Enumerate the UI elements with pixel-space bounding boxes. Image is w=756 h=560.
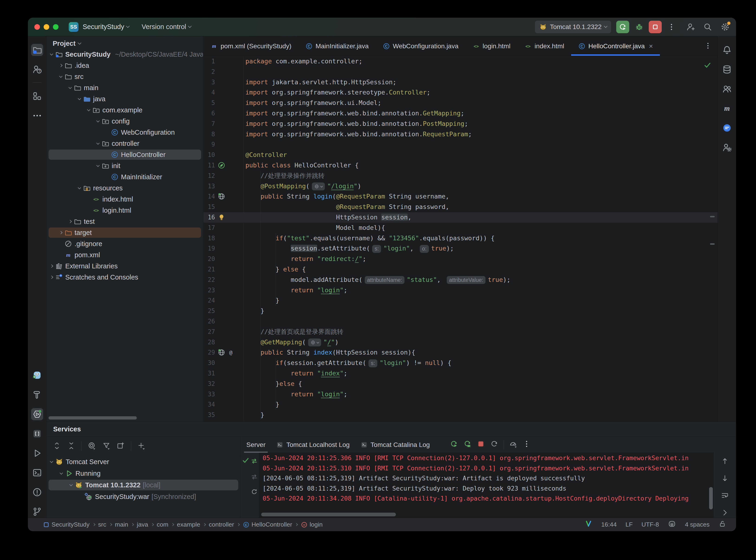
breadcrumb-item-main[interactable]: main [115,521,128,528]
log-rail-arrow-up-button[interactable] [721,457,729,466]
services-toolbar-filter-button[interactable] [102,442,111,451]
log-toolbar-rerun-debug-button[interactable] [463,440,472,450]
code-editor[interactable]: 1package com.example.controller;23import… [203,56,717,421]
editor-tab-MainInitializer-java[interactable]: CMainInitializer.java [298,37,376,56]
code-line-22[interactable]: 22 model.addAttribute(attributeName:"sta… [203,275,717,285]
code-line-18[interactable]: 18 if("test".equals(username) && "123456… [203,233,717,243]
services-toolbar-open-in-new-button[interactable] [117,442,125,451]
tool-window-button-git-branch[interactable] [31,506,43,518]
tree-chevron-icon[interactable] [50,52,53,56]
tree-chevron-icon[interactable] [69,483,73,486]
project-tree-item--idea[interactable]: .idea [47,60,203,71]
services-toolbar-expand-all-button[interactable] [53,442,61,451]
readonly-toggle[interactable] [718,520,726,529]
stop-button[interactable] [649,21,662,33]
settings-button[interactable] [720,22,730,32]
breadcrumb-item-example[interactable]: example [177,521,200,528]
project-tree-item-resources[interactable]: resources [47,182,203,194]
log-toolbar-stop-square-button[interactable] [477,440,485,450]
project-tree-item-target[interactable]: target [47,227,203,238]
code-line-3[interactable]: 3import jakarta.servlet.http.HttpSession… [203,77,717,87]
project-tree-item-init[interactable]: init [47,160,203,171]
project-tree-item-WebConfiguration[interactable]: CWebConfiguration [47,127,203,138]
indent-style[interactable]: 4 spaces [685,521,710,528]
services-toolbar-add-button[interactable] [137,442,145,451]
code-line-1[interactable]: 1package com.example.controller; [203,56,717,67]
editor-tab-index-html[interactable]: <>index.html [517,37,571,56]
tool-window-button-build-hammer[interactable] [31,389,43,401]
code-line-15[interactable]: 15 @RequestParam String password, [203,202,717,212]
tree-chevron-icon[interactable] [96,119,100,122]
tool-window-button-structure-squares[interactable] [31,90,43,102]
breadcrumb-item-HelloController[interactable]: CHelloController [243,521,292,528]
services-toolbar-group-by-button[interactable] [88,442,96,451]
url-mapping-chip[interactable] [312,182,325,191]
minimize-window-button[interactable] [44,24,49,30]
services-tree-item-Running[interactable]: Running [47,467,240,479]
project-tree-item-External-Libraries[interactable]: External Libraries [47,260,203,272]
code-line-29[interactable]: 29@ public String index(HttpSession sess… [203,347,717,358]
project-tree-item-index-html[interactable]: <>index.html [47,194,203,205]
code-line-23[interactable]: 23 return "login"; [203,285,717,296]
run-configuration-select[interactable]: Tomcat 10.1.2322 [535,21,611,33]
line-separator[interactable]: LF [625,521,633,528]
project-tree-item-com-example[interactable]: com.example [47,104,203,116]
tree-chevron-icon[interactable] [96,141,100,145]
code-line-7[interactable]: 7import org.springframework.web.bind.ann… [203,119,717,129]
code-line-28[interactable]: 28 @GetMapping("/") [203,337,717,347]
log-toolbar-gauge-button[interactable] [509,440,517,450]
project-menu[interactable]: SecurityStudy [83,23,129,31]
tree-chevron-icon[interactable] [59,75,62,78]
tool-window-button-ai-chat[interactable] [721,122,733,134]
code-line-31[interactable]: 31 return "index"; [203,368,717,379]
code-line-17[interactable]: 17 Model model){ [203,223,717,233]
code-line-34[interactable]: 34 } [203,399,717,410]
project-horizontal-scrollbar[interactable] [48,416,137,420]
breadcrumb-item-login[interactable]: mlogin [301,521,322,528]
tab-list-button[interactable] [704,42,712,51]
project-tree-item-HelloController[interactable]: CHelloController [47,149,203,160]
project-tree-item-pom-xml[interactable]: mpom.xml [47,249,203,260]
log-horizontal-scrollbar[interactable] [261,513,396,516]
services-tab-Tomcat-Localhost-Log[interactable]: Tomcat Localhost Log [276,437,350,453]
rerun-button[interactable] [616,21,629,33]
search-everywhere-button[interactable] [703,22,712,32]
tool-window-button-notifications-bell[interactable] [721,44,733,56]
breadcrumb-item-java[interactable]: java [137,521,148,528]
code-line-14[interactable]: 14 public String login(@RequestParam Str… [203,191,717,202]
services-tree-item-Tomcat-Server[interactable]: Tomcat Server [47,456,240,467]
log-rail-chevron-right-big-button[interactable] [721,508,729,518]
project-panel-header[interactable]: Project [47,37,203,49]
breadcrumb-item-src[interactable]: src [98,521,106,528]
project-tree-item-config[interactable]: config [47,116,203,127]
tree-chevron-icon[interactable] [78,97,81,100]
project-tree-item-test[interactable]: test [47,216,203,227]
project-tree-item-src[interactable]: src [47,71,203,82]
code-line-6[interactable]: 6import org.springframework.web.bind.ann… [203,108,717,119]
tree-chevron-icon[interactable] [87,108,90,111]
tool-window-button-vcs-question[interactable]: ? [31,63,43,76]
project-tree-item-MainInitializer[interactable]: CMainInitializer [47,171,203,182]
code-line-35[interactable]: 35 } [203,410,717,420]
file-encoding[interactable]: UTF-8 [641,521,659,528]
editor-tab-login-html[interactable]: <>login.html [465,37,518,56]
tool-window-button-services-hexagon[interactable] [31,408,43,420]
deploy-arrows-icon[interactable] [251,457,258,466]
project-tree-item-java[interactable]: java [47,93,203,104]
log-toolbar-kebab-button[interactable] [522,440,531,450]
tree-chevron-icon[interactable] [96,164,100,167]
project-tree-item-main[interactable]: main [47,82,203,93]
editor-tab-pom-xml-SecurityStudy-[interactable]: mpom.xml (SecurityStudy) [203,37,298,56]
tool-window-button-database[interactable] [721,63,733,76]
breadcrumb-item-com[interactable]: com [157,521,168,528]
code-line-20[interactable]: 20 return "redirect:/"; [203,254,717,264]
tool-window-button-terminal[interactable] [31,467,43,479]
log-toolbar-rerun-button[interactable] [450,440,458,450]
code-line-13[interactable]: 13 @PostMapping("/login") [203,181,717,192]
close-window-button[interactable] [34,24,40,30]
code-line-26[interactable]: 26 [203,316,717,327]
tool-window-button-code-brackets[interactable] [31,428,43,440]
project-tree-item-SecurityStudy[interactable]: SecurityStudy~/Desktop/CS/JavaEE/4 Java … [47,49,203,60]
window-controls[interactable] [34,24,59,30]
services-tab-Tomcat-Catalina-Log[interactable]: Tomcat Catalina Log [360,437,430,453]
